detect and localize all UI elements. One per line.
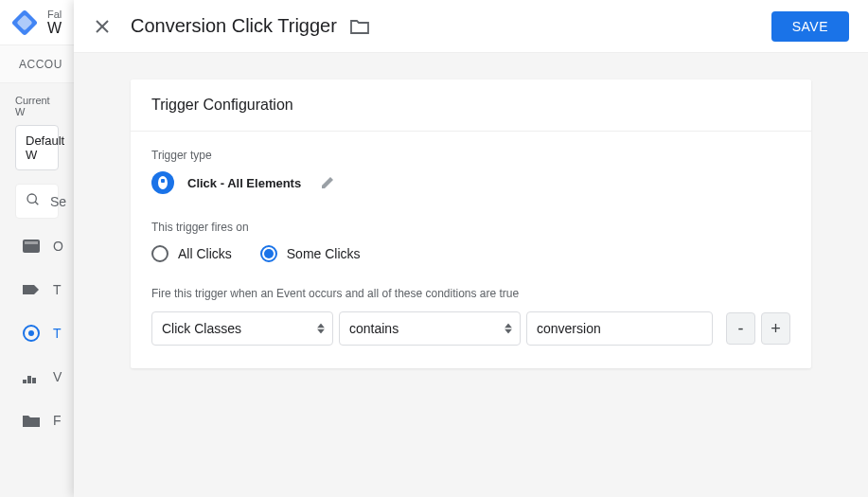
trigger-icon (23, 325, 40, 342)
svg-point-0 (27, 194, 36, 203)
nav-folders-label: F (53, 413, 62, 428)
overview-icon (23, 238, 40, 255)
nav-variables[interactable]: V (15, 355, 59, 399)
accounts-label: ACCOU (19, 58, 62, 71)
nav-overview-label: O (53, 239, 63, 254)
select-arrows-icon (317, 324, 325, 334)
radio-some-label: Some Clicks (287, 246, 361, 261)
condition-instruction: Fire this trigger when an Event occurs a… (151, 287, 790, 300)
close-button[interactable] (93, 17, 112, 36)
trigger-type-row: Click - All Elements (151, 171, 790, 194)
current-workspace-label: Current W (15, 95, 59, 117)
tag-icon (23, 281, 40, 298)
nav-overview[interactable]: O (15, 224, 59, 268)
trigger-name-input[interactable]: Conversion Click Trigger (131, 15, 337, 37)
condition-row: Click Classes contains - + (151, 311, 790, 346)
card-header: Trigger Configuration (131, 80, 811, 132)
nav-variables-label: V (53, 369, 62, 384)
select-arrows-icon (505, 324, 512, 334)
bg-container-name: W (47, 20, 62, 37)
condition-variable-select[interactable]: Click Classes (151, 311, 333, 346)
edit-trigger-type-button[interactable] (320, 175, 335, 190)
svg-line-1 (35, 202, 38, 204)
search-icon (26, 192, 41, 210)
nav-tags[interactable]: T (15, 268, 59, 311)
add-condition-button[interactable]: + (761, 312, 790, 345)
trigger-type-label: Trigger type (151, 149, 790, 162)
trigger-config-card: Trigger Configuration Trigger type Click… (131, 80, 811, 368)
radio-all-label: All Clicks (178, 246, 232, 261)
save-button[interactable]: SAVE (771, 11, 849, 42)
folder-icon (23, 412, 40, 429)
svg-rect-7 (27, 376, 31, 383)
condition-operator-value: contains (349, 321, 399, 336)
search-placeholder: Se (50, 194, 66, 209)
svg-rect-6 (23, 380, 27, 383)
bg-sidebar: Current W Default W Se O T T (0, 83, 74, 442)
condition-variable-value: Click Classes (162, 321, 241, 336)
radio-icon-selected (260, 245, 277, 262)
condition-value-input[interactable] (526, 311, 713, 346)
trigger-editor-overlay: Conversion Click Trigger SAVE Trigger Co… (74, 0, 868, 497)
remove-condition-button[interactable]: - (726, 312, 755, 345)
gtm-logo-icon (11, 9, 38, 36)
bg-account-name: Fal (47, 9, 62, 20)
nav-triggers-label: T (53, 326, 62, 341)
click-trigger-icon (151, 171, 174, 194)
overlay-header: Conversion Click Trigger SAVE (74, 0, 868, 53)
svg-rect-3 (25, 241, 38, 244)
radio-icon (151, 245, 168, 262)
radio-some-clicks[interactable]: Some Clicks (260, 245, 361, 262)
fires-on-label: This trigger fires on (151, 221, 790, 234)
nav-triggers[interactable]: T (0, 311, 59, 355)
svg-rect-8 (32, 378, 36, 383)
search-input[interactable]: Se (15, 184, 59, 219)
condition-operator-select[interactable]: contains (339, 311, 521, 346)
fires-on-radio-group: All Clicks Some Clicks (151, 245, 790, 262)
bg-title-stack: Fal W (47, 9, 62, 37)
svg-point-5 (28, 330, 34, 336)
variable-icon (23, 368, 40, 385)
card-body: Trigger type Click - All Elements This t… (131, 132, 811, 368)
workspace-name: Default W (26, 133, 64, 162)
trigger-type-name: Click - All Elements (187, 176, 301, 190)
nav-folders[interactable]: F (15, 399, 59, 442)
nav-tags-label: T (53, 282, 62, 297)
workspace-selector[interactable]: Default W (15, 125, 59, 170)
radio-all-clicks[interactable]: All Clicks (151, 245, 232, 262)
folder-picker-button[interactable] (350, 19, 369, 34)
